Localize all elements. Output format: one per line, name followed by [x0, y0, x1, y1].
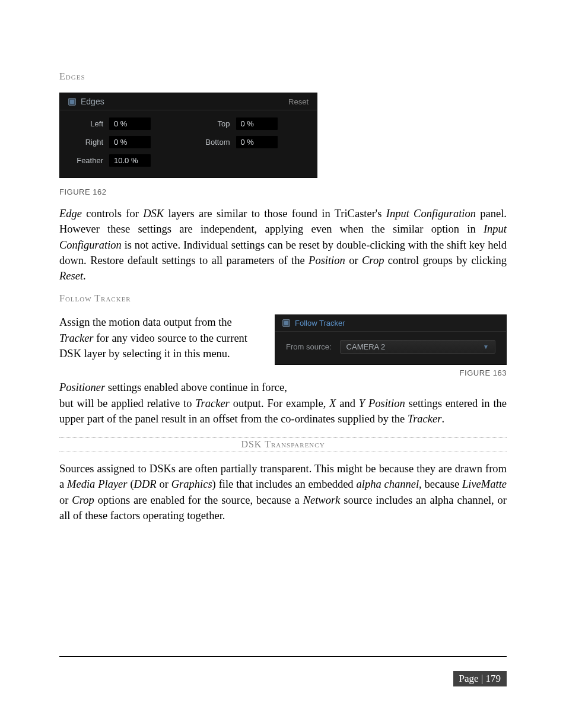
para-assign-motion: Assign the motion data output from the T…: [59, 314, 264, 361]
txt-reset: Reset: [59, 270, 83, 282]
edges-panel-title: Edges: [81, 97, 104, 106]
edge-feather-label: Feather: [71, 156, 103, 165]
txt-positioner: Positioner: [59, 382, 105, 393]
follow-tracker-checkbox-icon[interactable]: [282, 319, 290, 327]
follow-tracker-title: Follow Tracker: [295, 319, 345, 328]
reset-button[interactable]: Reset: [288, 97, 309, 106]
txt-tracker-2: Tracker: [195, 398, 230, 409]
heading-follow-tracker: Follow Tracker: [59, 293, 507, 304]
edge-left-row: Left 0 %: [71, 117, 180, 130]
follow-tracker-panel: Follow Tracker From source: CAMERA 2 ▼: [275, 314, 507, 365]
edge-top-label: Top: [198, 119, 230, 128]
edge-left-label: Left: [71, 119, 103, 128]
heading-dsk-transparency: DSK Transparency: [59, 437, 507, 452]
follow-tracker-block: Assign the motion data output from the T…: [59, 314, 507, 377]
txt-crop: Crop: [362, 255, 384, 266]
edges-panel-body: Left 0 % Top 0 % Right 0 % Bottom 0 % Fe…: [60, 110, 317, 177]
txt-edge: Edge: [59, 208, 82, 220]
from-source-value: CAMERA 2: [346, 342, 386, 351]
edge-bottom-label: Bottom: [198, 138, 230, 147]
edge-top-row: Top 0 %: [198, 117, 307, 130]
follow-tracker-body: From source: CAMERA 2 ▼: [275, 332, 506, 364]
from-source-dropdown[interactable]: CAMERA 2 ▼: [340, 340, 495, 354]
para-positioner-b: but will be applied relative to Tracker …: [59, 396, 507, 427]
edge-right-row: Right 0 %: [71, 136, 180, 148]
edge-right-value[interactable]: 0 %: [109, 136, 151, 148]
para-dsk-sources: Sources assigned to DSKs are often parti…: [59, 461, 507, 523]
heading-edges: Edges: [59, 71, 507, 82]
txt-x: X: [329, 398, 336, 409]
edges-title-group: Edges: [68, 97, 104, 106]
edges-panel-header: Edges Reset: [60, 93, 317, 110]
para-positioner-a: Positioner settings enabled above contin…: [59, 380, 507, 395]
edge-bottom-row: Bottom 0 %: [198, 136, 307, 148]
txt-alpha-channel: alpha channel: [357, 478, 419, 490]
txt-tracker: Tracker: [59, 332, 94, 344]
edge-feather-value[interactable]: 10.0 %: [109, 154, 151, 167]
edge-bottom-value[interactable]: 0 %: [236, 136, 278, 148]
page-footer: Page | 179: [59, 656, 507, 686]
txt-network: Network: [303, 494, 341, 506]
txt-media-player: Media Player: [67, 478, 127, 490]
edges-panel: Edges Reset Left 0 % Top 0 % Right 0 % B…: [59, 93, 317, 178]
figure-162-caption: FIGURE 162: [59, 187, 507, 196]
txt-ddr: DDR: [134, 478, 157, 490]
txt-graphics: Graphics: [171, 478, 212, 490]
txt-livematte: LiveMatte: [462, 478, 507, 490]
follow-tracker-header: Follow Tracker: [275, 315, 506, 332]
figure-163-caption: FIGURE 163: [275, 368, 507, 377]
txt-y-position: Y Position: [359, 398, 405, 409]
edge-top-value[interactable]: 0 %: [236, 117, 278, 130]
page-number-badge: Page | 179: [453, 671, 507, 686]
txt-input-config-1: Input Configuration: [386, 208, 476, 220]
edge-left-value[interactable]: 0 %: [109, 117, 151, 130]
edge-right-label: Right: [71, 138, 103, 147]
txt-tracker-3: Tracker: [408, 413, 442, 425]
edges-checkbox-icon[interactable]: [68, 98, 76, 106]
chevron-down-icon: ▼: [483, 344, 489, 350]
from-source-label: From source:: [286, 342, 332, 351]
edge-feather-row: Feather 10.0 %: [71, 154, 180, 167]
txt-crop-2: Crop: [72, 494, 94, 506]
txt-dsk: DSK: [143, 208, 164, 220]
para-edges-controls: Edge controls for DSK layers are similar…: [59, 206, 507, 284]
txt-position: Position: [309, 255, 345, 266]
